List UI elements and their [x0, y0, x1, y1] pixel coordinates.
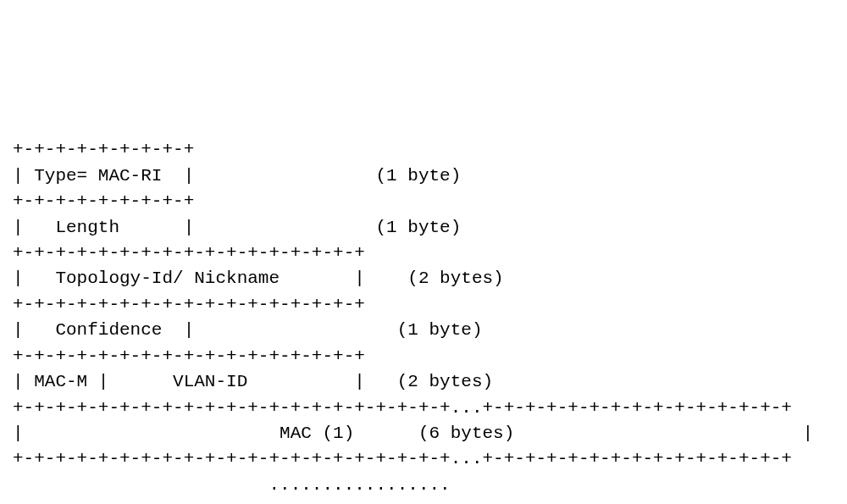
- border-mac1-ellipsis: +-+-+-+-+-+-+-+-+-+-+-+-+-+-+-+-+-+-+-+-…: [13, 449, 792, 468]
- field-length: | Length | (1 byte): [13, 218, 461, 237]
- border-top-type: +-+-+-+-+-+-+-+-+: [13, 140, 194, 159]
- border-ellipsis-macn: +-+-+-+-+-+-+-+-+-+-+-+-+-+-+-+-+-+-+-+-…: [13, 501, 792, 504]
- border-confidence-vlan: +-+-+-+-+-+-+-+-+-+-+-+-+-+-+-+-+: [13, 346, 365, 366]
- field-type: | Type= MAC-RI | (1 byte): [13, 166, 461, 186]
- border-length-topology: +-+-+-+-+-+-+-+-+-+-+-+-+-+-+-+-+: [13, 243, 365, 263]
- border-topology-confidence: +-+-+-+-+-+-+-+-+-+-+-+-+-+-+-+-+: [13, 295, 365, 314]
- field-macm-vlanid: | MAC-M | VLAN-ID | (2 bytes): [13, 372, 493, 391]
- border-vlan-mac1: +-+-+-+-+-+-+-+-+-+-+-+-+-+-+-+-+-+-+-+-…: [13, 398, 792, 418]
- field-ellipsis: .................: [13, 475, 451, 495]
- field-mac-1: | MAC (1) (6 bytes) |: [13, 424, 813, 443]
- field-confidence: | Confidence | (1 byte): [13, 320, 483, 340]
- field-topology-nickname: | Topology-Id/ Nickname | (2 bytes): [13, 269, 504, 288]
- packet-format-diagram: +-+-+-+-+-+-+-+-+ | Type= MAC-RI | (1 by…: [13, 112, 834, 504]
- border-type-length: +-+-+-+-+-+-+-+-+: [13, 191, 194, 211]
